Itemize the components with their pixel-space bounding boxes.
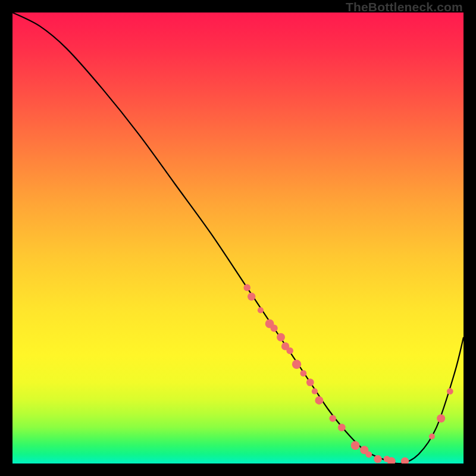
data-marker xyxy=(447,388,453,394)
data-marker xyxy=(277,333,285,342)
data-marker xyxy=(374,455,381,463)
data-marker xyxy=(292,360,301,369)
data-marker xyxy=(286,347,293,355)
data-marker xyxy=(329,415,336,422)
data-marker xyxy=(437,414,445,422)
data-marker xyxy=(429,433,435,439)
data-marker xyxy=(401,458,409,464)
plot-area xyxy=(12,12,464,464)
data-marker xyxy=(315,396,323,405)
data-marker xyxy=(351,441,360,450)
data-marker xyxy=(312,389,318,394)
data-marker xyxy=(338,424,346,431)
data-marker xyxy=(243,284,250,292)
curve-layer xyxy=(12,12,464,464)
data-marker xyxy=(248,293,255,300)
data-marker xyxy=(271,325,278,332)
chart-canvas: TheBottleneck.com xyxy=(0,0,476,476)
data-marker xyxy=(365,451,372,458)
bottleneck-curve xyxy=(12,12,464,464)
data-marker xyxy=(300,370,307,377)
data-marker xyxy=(306,378,314,386)
watermark-text: TheBottleneck.com xyxy=(346,0,463,14)
marker-group xyxy=(243,284,453,464)
data-marker xyxy=(258,307,264,313)
